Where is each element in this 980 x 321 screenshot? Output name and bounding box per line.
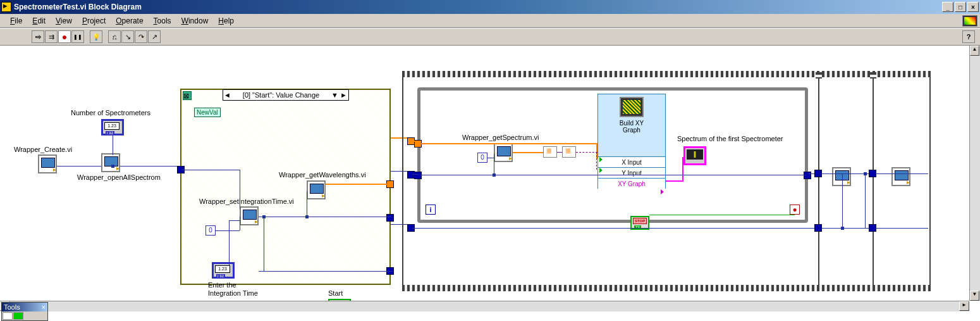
zero-constant-b[interactable]: 0 (477, 153, 487, 163)
wire-graph (682, 157, 683, 181)
scroll-down-button[interactable]: ▼ (970, 291, 979, 301)
while-loop[interactable]: i Wrapper_getSpectrum.vi 0 Build XYGraph… (417, 87, 808, 223)
x-input-terminal[interactable]: X Input (598, 156, 665, 167)
number-of-spectrometers-indicator[interactable]: 1.23 I 32 (101, 119, 124, 135)
wrapper-set-integration-node[interactable] (240, 206, 259, 225)
wire (216, 230, 240, 231)
indicator-type: I 32 (106, 131, 114, 135)
array-build-node[interactable] (562, 146, 576, 158)
case-dropdown-button[interactable]: ▼ (331, 91, 340, 99)
wrapper-open-all-label: Wrapper_openAllSpectrom (77, 173, 161, 181)
menu-project[interactable]: Project (77, 15, 111, 27)
loop-iteration-terminal[interactable]: i (426, 205, 436, 215)
zero-constant-a[interactable]: 0 (205, 225, 216, 236)
seq-tunnel[interactable] (814, 170, 822, 177)
wrapper-get-wavelengths-node[interactable] (307, 180, 326, 199)
run-button[interactable] (32, 30, 44, 43)
scroll-right-button[interactable]: ► (959, 301, 969, 311)
title-bar: SpectrometerTest.vi Block Diagram _ □ × (0, 0, 980, 14)
loop-tunnel-out[interactable] (804, 172, 811, 179)
wire-junction (864, 172, 867, 175)
menu-edit[interactable]: Edit (27, 15, 51, 27)
maximize-button[interactable]: □ (955, 2, 966, 12)
event-case-selector[interactable]: ◄ [0] "Start": Value Change ▼ ► (223, 89, 349, 101)
seq-tunnel[interactable] (869, 170, 876, 177)
dynamic-event-terminal[interactable]: ⊠ (183, 91, 192, 100)
wire (240, 170, 240, 209)
seq-tunnel[interactable] (869, 224, 876, 232)
minimize-button[interactable]: _ (942, 2, 953, 12)
loop-tunnel[interactable] (414, 172, 422, 179)
wire (494, 175, 806, 175)
step-over-button[interactable]: ↷ (135, 30, 147, 43)
vertical-scrollbar[interactable]: ▲ ▼ (969, 46, 980, 301)
event-tunnel[interactable] (386, 214, 394, 222)
horizontal-scrollbar[interactable]: ◄ ► (0, 301, 969, 312)
step-out-button[interactable]: ↗ (148, 30, 161, 43)
spectrum-graph-indicator[interactable] (683, 146, 706, 165)
step-into-button[interactable]: ↘ (121, 30, 134, 43)
highlight-execution-button[interactable] (90, 30, 102, 43)
tools-palette-close[interactable]: × (42, 303, 46, 311)
menu-operate[interactable]: Operate (111, 15, 148, 27)
integration-time-control[interactable]: 1.23 I 32 (212, 262, 235, 279)
menu-tools[interactable]: Tools (149, 15, 176, 27)
wire (240, 217, 240, 230)
prev-case-button[interactable]: ◄ (223, 91, 232, 99)
scroll-up-button[interactable]: ▲ (970, 46, 979, 56)
next-case-button[interactable]: ► (340, 91, 348, 99)
wire (808, 173, 928, 174)
express-vi-icon (620, 97, 644, 117)
event-case-label: [0] "Start": Value Change (232, 91, 331, 99)
wire (229, 220, 230, 266)
menu-help[interactable]: Help (213, 15, 239, 27)
express-title: Build XYGraph (598, 120, 665, 134)
toolbar: ↘ ↷ ↗ (0, 28, 980, 46)
retain-wire-values-button[interactable] (108, 30, 121, 43)
frame3-vi-node[interactable] (891, 167, 910, 186)
wrapper-create-node[interactable] (38, 154, 57, 173)
seq-tunnel[interactable] (814, 224, 822, 232)
wire-array (326, 184, 392, 185)
context-help-button[interactable] (962, 30, 975, 43)
menu-view[interactable]: View (51, 15, 77, 27)
indicator-type: I 32 (216, 274, 225, 278)
wire (494, 154, 494, 175)
wire (259, 271, 393, 272)
loop-condition-terminal[interactable] (790, 205, 800, 215)
wrapper-create-label: Wrapper_Create.vi (14, 146, 72, 153)
run-continuously-button[interactable] (45, 30, 58, 43)
menu-window[interactable]: Window (176, 15, 214, 27)
wire-cluster (576, 152, 597, 153)
y-input-terminal[interactable]: Y Input (598, 167, 665, 178)
wire (412, 228, 928, 229)
event-structure[interactable]: ⊠ ◄ [0] "Start": Value Change ▼ ► NewVal… (180, 89, 391, 285)
wrapper-get-wavelengths-label: Wrapper_getWavelengths.vi (279, 171, 366, 179)
block-diagram-canvas[interactable]: Wrapper_Create.vi Number of Spectrometer… (0, 46, 980, 308)
wire-junction (841, 227, 844, 230)
wire-cluster (557, 152, 562, 153)
flat-sequence[interactable]: i Wrapper_getSpectrum.vi 0 Build XYGraph… (402, 71, 931, 291)
close-button[interactable]: × (967, 2, 979, 12)
tools-palette[interactable]: Tools × (1, 302, 48, 321)
wire (229, 220, 240, 221)
frame2-vi-node[interactable] (832, 167, 851, 186)
tool-operate[interactable] (13, 312, 23, 320)
array-to-cluster-node[interactable] (543, 146, 557, 158)
wire (264, 217, 264, 271)
indicator-value: 1.23 (104, 122, 119, 130)
wire (487, 158, 494, 158)
abort-button[interactable] (58, 30, 71, 43)
wire (259, 217, 307, 217)
tools-palette-title: Tools (4, 303, 20, 311)
xy-graph-terminal[interactable]: XY Graph (598, 178, 665, 189)
wrapper-get-spectrum-node[interactable] (494, 143, 513, 162)
menu-file[interactable]: File (5, 15, 27, 27)
vi-panel-icon[interactable] (962, 15, 977, 27)
tool-auto[interactable] (3, 312, 13, 320)
wrapper-open-all-node[interactable] (101, 153, 120, 172)
pause-button[interactable] (71, 30, 84, 43)
wire (113, 135, 113, 154)
wire (57, 166, 101, 167)
event-newval-node[interactable]: NewVal (194, 108, 221, 117)
